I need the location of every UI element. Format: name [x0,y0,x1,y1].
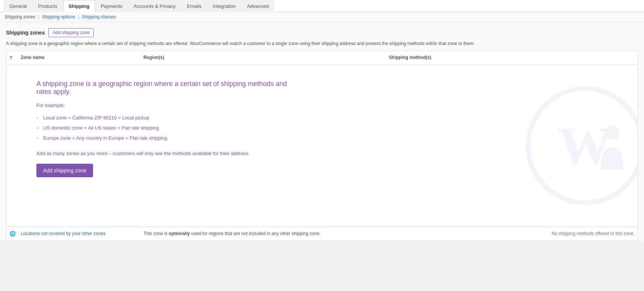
empty-examples-list: Local zone = California ZIP 90210 = Loca… [36,113,623,143]
tab-shipping[interactable]: Shipping [63,0,95,12]
footer-row: 🌐 Locations not covered by your other zo… [6,226,638,240]
footer-optional-cell: This zone is optionally used for regions… [143,231,389,236]
add-shipping-zone-main-button[interactable]: Add shipping zone [36,164,93,177]
top-nav: General Products Shipping Payments Accou… [0,0,644,12]
table-header-zone-name: Zone name [21,55,143,61]
example-1: Local zone = California ZIP 90210 = Loca… [36,113,623,123]
tab-general[interactable]: General [4,0,32,12]
tab-emails[interactable]: Emails [181,0,207,12]
separator-2: | [78,14,79,20]
tab-advanced[interactable]: Advanced [241,0,274,12]
empty-cta-text: Add as many zones as you need – customer… [36,151,262,156]
add-shipping-zone-header-button[interactable]: Add shipping zone [48,28,94,37]
info-icon[interactable]: ? [9,55,13,61]
table-header-regions: Region(s) [143,55,389,61]
sub-nav: Shipping zones | Shipping options | Ship… [0,12,644,22]
sub-nav-shipping-options[interactable]: Shipping options [42,14,75,20]
section-description: A shipping zone is a geographic region w… [6,40,638,47]
section-title: Shipping zones [6,30,45,36]
tab-integration[interactable]: Integration [207,0,241,12]
separator-1: | [38,14,39,20]
section-header: Shipping zones Add shipping zone [6,28,638,37]
footer-optional-suffix: used for regions that are not included i… [190,231,320,236]
footer-location-cell: Locations not covered by your other zone… [21,231,143,236]
globe-icon: 🌐 [9,231,16,237]
example-3: Europe zone = Any country in Europe = Fl… [36,133,623,143]
table-header-info: ? [9,55,21,61]
tab-accounts-privacy[interactable]: Accounts & Privacy [128,0,181,12]
page-section: Shipping zones Add shipping zone A shipp… [0,22,644,241]
footer-location-link[interactable]: Locations not covered by your other zone… [21,231,105,236]
tab-products[interactable]: Products [32,0,63,12]
empty-for-example: For example: [36,103,623,108]
footer-no-methods: No shipping methods offered to this zone… [389,231,635,236]
footer-optional-keyword: optionally [169,231,190,236]
shipping-zones-table: ? Zone name Region(s) Shipping method(s)… [6,51,638,241]
table-header-shipping-methods: Shipping method(s) [389,55,635,61]
table-header-row: ? Zone name Region(s) Shipping method(s) [6,51,638,65]
example-2: US domestic zone = All US states = Flat … [36,123,623,133]
tab-payments[interactable]: Payments [95,0,128,12]
footer-optional-prefix: This zone is [143,231,169,236]
empty-state-heading: A shipping zone is a geographic region w… [36,80,299,96]
sub-nav-current: Shipping zones [5,14,35,20]
footer-globe-cell: 🌐 [9,231,21,237]
sub-nav-shipping-classes[interactable]: Shipping classes [82,14,116,20]
empty-state: A shipping zone is a geographic region w… [6,65,638,226]
